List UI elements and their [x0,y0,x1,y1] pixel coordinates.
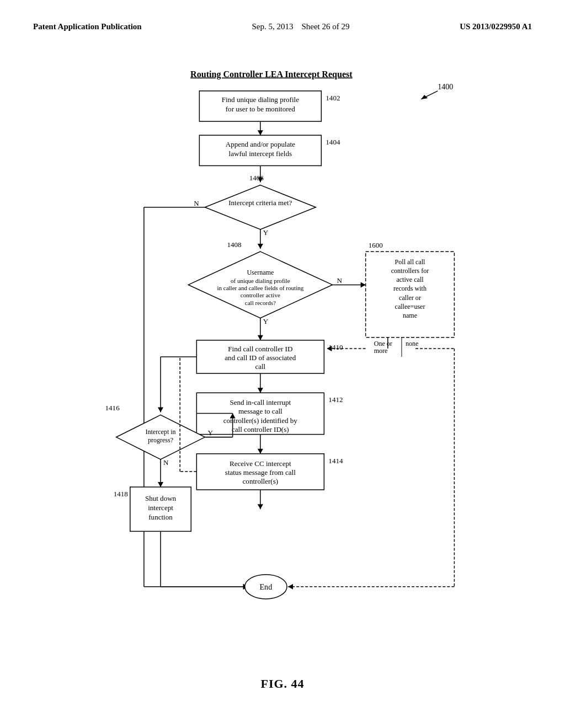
flowchart-diagram: Routing Controller LEA Intercept Request… [33,48,532,671]
sheet: Sheet 26 of 29 [301,22,349,31]
arrowhead-N1408 [361,282,366,287]
text-1600-4: records with [393,285,427,292]
text-1410-3: call [255,362,265,371]
arrowhead-1410-diamond1416 [158,407,163,412]
page-header: Patent Application Publication Sep. 5, 2… [33,22,532,31]
arrowhead-none-left [288,584,293,590]
text-1412-2: message to call [238,407,282,415]
label-1416: 1416 [105,404,120,412]
text-none: none [406,340,418,347]
text-1600-3: active call [396,276,424,283]
text-1416-2: progress? [148,436,173,444]
diamond-1406 [205,185,316,229]
arrowhead-1400 [421,95,428,99]
label-N1408: N [337,276,342,285]
label-1402: 1402 [326,94,340,102]
arrowhead-1410-1412 [258,388,263,393]
arrowhead-Y1406 [258,244,263,249]
arrowhead-1414-end [258,504,263,509]
text-1418-1: Shut down [145,494,177,502]
label-Y1406: Y [263,228,269,237]
date-sheet: Sep. 5, 2013 Sheet 26 of 29 [252,22,349,31]
text-end: End [260,582,273,591]
text-1414-1: Receive CC intercept [230,459,291,468]
text-1600-6: callee=user [395,303,425,311]
text-more: more [374,347,388,355]
text-1412-4: call controller ID(s) [232,425,289,433]
page: Patent Application Publication Sep. 5, 2… [0,0,565,728]
text-1414-3: controller(s) [243,477,278,485]
text-1600-1: Poll all call [395,258,426,266]
label-1408: 1408 [227,240,242,249]
label-1404: 1404 [326,138,340,146]
label-Y1416: Y [207,429,213,437]
text-1408-4: controller active [241,292,280,299]
text-one-or-more: One or [374,340,392,347]
date: Sep. 5, 2013 [252,22,293,31]
arrowhead-N1416 [158,482,163,487]
text-1600-7: name [403,312,417,319]
text-1402-2: for user to be monitored [226,105,296,113]
label-1406: 1406 [249,174,264,182]
label-N1406: N [194,199,199,207]
label-Y1408: Y [263,317,269,325]
diagram-title: Routing Controller LEA Intercept Request [190,69,353,79]
text-1406: Intercept criteria met? [228,199,292,207]
text-1410-2: and call ID of associated [225,354,296,362]
label-N1416: N [163,458,169,467]
figure-label: FIG. 44 [33,677,532,691]
text-1410-1: Find call controller ID [228,345,292,353]
text-1408-5: call records? [245,299,276,306]
label-1410: 1410 [328,343,343,351]
text-1412-1: Send in-call interrupt [230,398,291,406]
label-1600: 1600 [369,241,383,249]
publication-label: Patent Application Publication [33,22,142,31]
text-1408-3: in caller and callee fields of routing [217,285,303,291]
text-1600-5: caller or [399,294,421,302]
patent-number: US 2013/0229950 A1 [460,22,532,31]
text-1416-1: Intercept in [145,428,175,436]
label-1414: 1414 [328,457,343,465]
label-1418: 1418 [114,490,129,498]
label-1412: 1412 [328,395,343,404]
text-1418-2: intercept [148,504,173,512]
text-1404-1: Append and/or populate [226,140,295,148]
arrowhead-1402-1404 [258,130,263,135]
text-1408-2: of unique dialing profile [231,277,290,284]
flowchart-svg: Routing Controller LEA Intercept Request… [33,48,532,671]
text-1402-1: Find unique dialing profile [222,95,299,104]
text-1414-2: status message from call [225,468,296,477]
arrowhead-1412-1414 [258,449,263,454]
text-1404-2: lawful intercept fields [229,149,292,158]
text-1600-2: controllers for [391,267,429,275]
text-1418-3: function [148,513,173,521]
arrowhead-Y1408 [258,335,263,340]
label-1400: 1400 [438,82,453,91]
text-1408-1: Username [247,269,274,276]
